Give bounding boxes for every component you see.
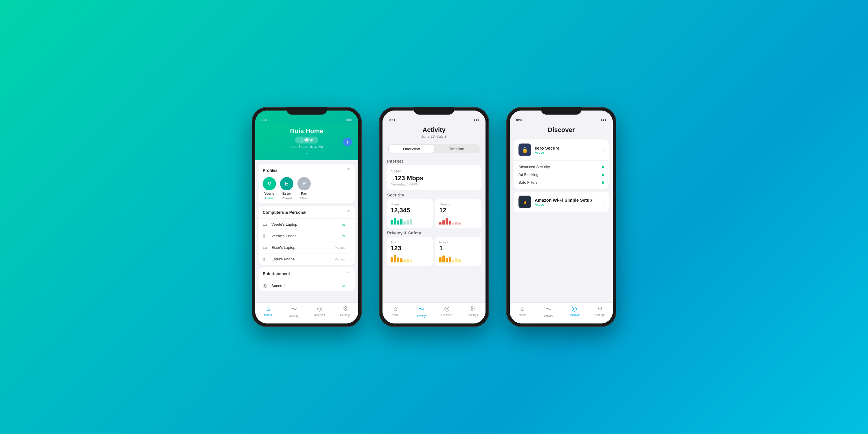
eero-secure-sub-items: Advanced Security Ad Blocking Safe Filte… xyxy=(514,160,609,189)
nav-settings-label-2: Settings xyxy=(467,313,478,316)
scans-bar-7 xyxy=(410,219,412,224)
eero-secure-item[interactable]: 🔒 eero Secure Active › xyxy=(514,140,609,160)
profile-ester[interactable]: E Ester Paused xyxy=(280,177,293,200)
nav-activity-3[interactable]: 〜 Activity xyxy=(535,305,561,318)
phone-home: 9:41 ●●● + Ruis Home Online eero Secure … xyxy=(252,107,362,327)
threats-card[interactable]: Threats 12 xyxy=(435,199,482,228)
add-button[interactable]: + xyxy=(343,138,352,146)
home-title: Ruis Home xyxy=(261,127,352,135)
settings-icon-2: ⚙ xyxy=(470,305,476,312)
nav-discover-label-3: Discover xyxy=(568,313,580,316)
safe-filters-dot xyxy=(602,181,604,184)
bottom-nav-1: ⌂ Home 〜 Activity ◎ Discover ⚙ Settings xyxy=(255,302,358,323)
threats-bar-5 xyxy=(452,223,454,224)
entertainment-header: Entertainment ⌃ xyxy=(259,267,355,280)
threats-bar-3 xyxy=(445,218,448,224)
phone-discover: 9:41 ●●● Discover 🔒 eero Secure Active xyxy=(506,107,616,327)
discover-icon-3: ◎ xyxy=(571,305,577,312)
activity-scroll: Internet Speed ↓123 Mbps Yesterday, 4:04… xyxy=(382,156,486,302)
nav-home-3[interactable]: ⌂ Home xyxy=(510,305,535,318)
activity-icon-1: 〜 xyxy=(291,305,297,314)
profiles-collapse-icon[interactable]: ⌃ xyxy=(346,167,351,174)
profile-pan[interactable]: P Pan Offline xyxy=(298,177,311,200)
nav-discover-2[interactable]: ◎ Discover xyxy=(434,305,460,318)
time-1: 9:41 xyxy=(261,118,268,122)
threats-bar-4 xyxy=(449,221,451,224)
nav-settings-2[interactable]: ⚙ Settings xyxy=(460,305,486,318)
wifi-icon-1: ≋ xyxy=(342,222,345,227)
advanced-security-dot xyxy=(602,166,604,168)
profile-status-ester: Paused xyxy=(282,197,292,200)
amazon-text: Amazon Wi-Fi Simple Setup Active xyxy=(535,197,599,207)
activity-icon-2: 〜 xyxy=(418,305,425,314)
security-label: Security xyxy=(387,192,482,197)
device-veerles-phone[interactable]: ▯ Veerle's Phone ≋ › xyxy=(259,230,355,242)
ads-bar-4 xyxy=(400,258,402,262)
nav-home-2[interactable]: ⌂ Home xyxy=(382,305,408,318)
profile-status-veerle: Online xyxy=(265,197,274,200)
scans-bar-5 xyxy=(403,221,406,224)
nav-discover-3[interactable]: ◎ Discover xyxy=(561,305,587,318)
scans-bar-2 xyxy=(394,218,396,224)
nav-settings-label-1: Settings xyxy=(340,313,350,316)
filters-bar-6 xyxy=(455,258,458,262)
ads-card[interactable]: Ads 123 xyxy=(386,237,433,266)
filters-bar-5 xyxy=(452,260,454,262)
filters-card[interactable]: Filters 1 xyxy=(435,237,482,266)
laptop-icon-2: ▭ xyxy=(263,245,269,250)
device-name-veerles-laptop: Veerle's Laptop xyxy=(271,222,339,226)
threats-bar-7 xyxy=(458,222,461,224)
chevron-down-icon[interactable]: ⌄ xyxy=(261,150,352,155)
device-esters-phone[interactable]: ▯ Ester's Phone Paused › xyxy=(259,253,355,265)
nav-settings-3[interactable]: ⚙ Settings xyxy=(587,305,613,318)
amazon-item[interactable]: a Amazon Wi-Fi Simple Setup Active › xyxy=(514,191,609,212)
ads-bar-6 xyxy=(406,259,409,262)
speed-card[interactable]: Speed ↓123 Mbps Yesterday, 4:04 PM xyxy=(386,165,482,190)
phones-container: 9:41 ●●● + Ruis Home Online eero Secure … xyxy=(252,107,616,327)
bottom-nav-3: ⌂ Home 〜 Activity ◎ Discover ⚙ Settings xyxy=(510,302,613,323)
nav-discover-1[interactable]: ◎ Discover xyxy=(307,305,333,318)
home-icon-3: ⌂ xyxy=(521,305,525,312)
amazon-card: a Amazon Wi-Fi Simple Setup Active › xyxy=(514,191,609,212)
scans-bar-3 xyxy=(397,220,399,224)
discover-icon-2: ◎ xyxy=(444,305,450,312)
scans-bar-1 xyxy=(391,220,393,224)
profile-status-pan: Offline xyxy=(300,197,308,200)
activity-header: Activity June 27–July 3 xyxy=(382,123,486,142)
phone-icon-1: ▯ xyxy=(263,233,269,239)
home-icon-1: ⌂ xyxy=(266,305,270,312)
tab-switcher: Overview Timeline xyxy=(388,144,480,153)
device-veerles-laptop[interactable]: ▭ Veerle's Laptop ≋ › xyxy=(259,218,355,230)
profiles-section: Profiles ⌃ V Veerle Online E Ester Pause… xyxy=(259,164,355,204)
ads-bar-1 xyxy=(391,257,393,262)
wifi-icon-3: ≋ xyxy=(342,283,345,288)
activity-date: June 27–July 3 xyxy=(388,134,480,138)
ad-blocking-dot xyxy=(602,174,604,176)
tab-overview[interactable]: Overview xyxy=(389,145,434,153)
nav-home-label-1: Home xyxy=(264,313,272,316)
scans-value: 12,345 xyxy=(391,207,429,214)
ad-blocking-item: Ad Blocking xyxy=(514,171,609,179)
nav-discover-label-1: Discover xyxy=(314,313,325,316)
computers-collapse-icon[interactable]: ⌃ xyxy=(346,209,351,216)
device-esters-laptop[interactable]: ▭ Ester's Laptop Paused › xyxy=(259,242,355,253)
device-sonos[interactable]: ◎ Sonos 1 ≋ › xyxy=(259,280,355,291)
home-icon-2: ⌂ xyxy=(394,305,397,312)
entertainment-title: Entertainment xyxy=(263,271,290,276)
scans-card[interactable]: Scans 12,345 xyxy=(386,199,433,228)
chevron-right-icon-1: › xyxy=(349,222,351,226)
profile-name-ester: Ester xyxy=(282,191,291,195)
nav-home-1[interactable]: ⌂ Home xyxy=(255,305,281,318)
nav-settings-1[interactable]: ⚙ Settings xyxy=(333,305,358,318)
filters-value: 1 xyxy=(439,245,477,252)
nav-activity-1[interactable]: 〜 Activity xyxy=(281,305,307,318)
entertainment-collapse-icon[interactable]: ⌃ xyxy=(346,271,351,277)
threats-chart xyxy=(439,216,477,224)
profile-veerle[interactable]: V Veerle Online xyxy=(263,177,276,200)
nav-activity-2[interactable]: 〜 Activity xyxy=(408,305,434,318)
ads-value: 123 xyxy=(391,245,429,252)
tab-timeline[interactable]: Timeline xyxy=(434,145,479,153)
nav-home-label-2: Home xyxy=(392,313,399,316)
filters-bar-7 xyxy=(458,259,461,262)
advanced-security-label: Advanced Security xyxy=(519,165,599,169)
